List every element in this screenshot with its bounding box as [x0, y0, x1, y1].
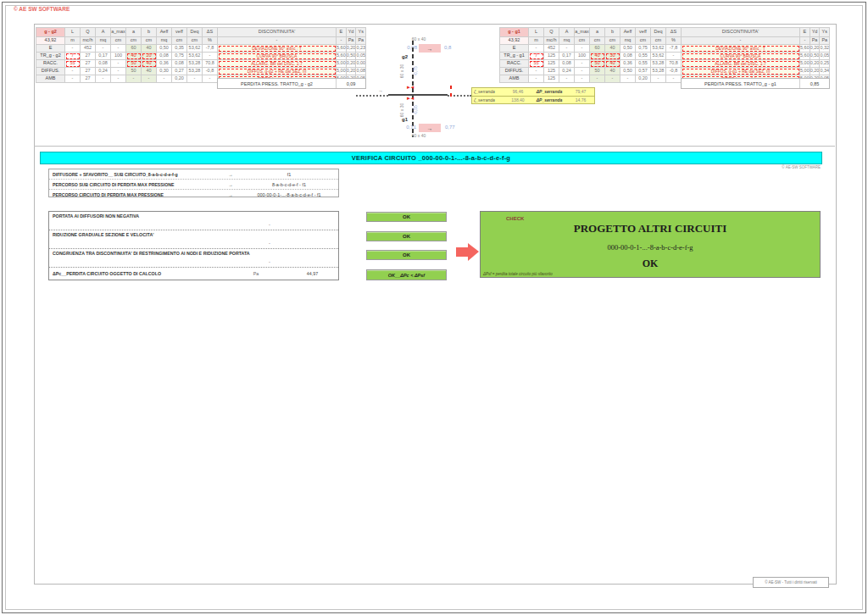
- discontinuity-cell[interactable]: ALLARG. BR del DISC. 1:7: [682, 60, 800, 68]
- row-label-cell: TR_g - g2: [36, 53, 65, 60]
- column-header-cell: a_max: [575, 28, 590, 37]
- column-header-cell: Aeff: [620, 28, 636, 37]
- value-cell[interactable]: 7: [65, 53, 81, 60]
- column-unit-cell: %: [203, 37, 218, 45]
- value-cell: -0,8: [666, 68, 682, 75]
- value-cell: 40: [605, 68, 620, 75]
- pressure-val-lower: -0,55: [413, 96, 420, 125]
- check-label: PORTATA AI DIFFUSORI NON NEGATIVA: [53, 213, 335, 219]
- column-unit-cell: mq: [559, 37, 575, 45]
- branch-line-dotted-left: [356, 95, 388, 97]
- value-cell: -: [203, 53, 218, 60]
- check-result-button[interactable]: OK: [366, 212, 447, 222]
- row-label-cell: RACC.: [36, 60, 65, 68]
- value-cell: 5,00: [337, 68, 347, 75]
- value-cell: -7,8: [203, 45, 218, 53]
- discontinuity-cell[interactable]: CURVA 90° BRUSCA: [218, 53, 337, 60]
- value-cell: -: [620, 75, 636, 83]
- value-cell: 0,35: [172, 45, 187, 53]
- copyright-header: © AE SW SOFTWARE: [14, 6, 70, 12]
- value-cell: -: [575, 75, 590, 83]
- damper-row: ζ_serranda 96,46 ΔP_serranda 79,47: [471, 87, 595, 97]
- value-cell: 27: [81, 60, 96, 68]
- summary-value: 000-00-0-1-...-8-a-b-c-d-e-f - f1: [243, 192, 335, 197]
- flow-direction-box-bottom: →: [419, 124, 441, 132]
- duct-size-upper: 60 x 30: [399, 57, 406, 86]
- value-cell: 0,20: [810, 45, 820, 53]
- column-header-cell: E: [337, 28, 347, 37]
- column-unit-cell: cm: [172, 37, 187, 45]
- value-cell: 0,08: [356, 68, 366, 75]
- discontinuity-cell[interactable]: CURVA 90° BRUSCA: [682, 53, 800, 60]
- value-cell[interactable]: 55: [529, 60, 544, 68]
- zeta-value: 138,40: [506, 97, 530, 102]
- column-unit-cell: cm: [575, 37, 590, 45]
- value-cell: -: [575, 45, 590, 53]
- value-cell[interactable]: 7: [529, 53, 544, 60]
- value-cell: -: [529, 45, 544, 53]
- value-cell: -: [590, 75, 605, 83]
- damper-tick-icon: [450, 93, 452, 97]
- value-cell[interactable]: 40: [126, 53, 142, 60]
- column-header-cell: Yd: [810, 28, 820, 37]
- column-unit-cell: -: [337, 37, 347, 45]
- column-header-cell: b: [605, 28, 620, 37]
- value-cell: -: [65, 45, 81, 53]
- value-cell[interactable]: 40: [142, 60, 157, 68]
- segment-length-cell: 43,92: [500, 37, 529, 45]
- zeta-value: 96,46: [506, 89, 530, 94]
- discontinuity-cell[interactable]: ALLARG. BR del DISC. 1:7: [218, 60, 337, 68]
- value-cell: 0,75: [172, 53, 187, 60]
- value-cell[interactable]: 30: [605, 53, 620, 60]
- value-cell: 0,17: [96, 53, 111, 60]
- column-unit-cell: -: [800, 37, 810, 45]
- value-cell: 60: [126, 45, 142, 53]
- discontinuity-cell[interactable]: DIFFUS. g-g2 + RE dal SEZ. III: [218, 68, 337, 75]
- discontinuity-cell[interactable]: DEVIAZIONE 90° a\b\c : T: [682, 45, 800, 53]
- value-cell: 125: [544, 68, 559, 75]
- duct-table-left: g - g2LQAa_maxabAeffveffDeqΔSDISCONTINUI…: [36, 27, 366, 83]
- duct-table-right: g - g1LQAa_maxabAeffveffDeqΔSDISCONTINUI…: [499, 27, 830, 83]
- value-cell[interactable]: 50: [590, 60, 605, 68]
- flow-arrow-icon: →: [378, 88, 383, 93]
- check-note: -: [269, 241, 335, 246]
- circuit-summary-box: DIFFUSORE + SFAVORITO__ SUB CIRCUITO_8-a…: [48, 169, 339, 197]
- value-cell: -: [157, 75, 172, 83]
- value-cell: -: [203, 75, 218, 83]
- column-unit-cell: cm: [605, 37, 620, 45]
- value-cell[interactable]: 40: [605, 60, 620, 68]
- summary-label: PERCORSO CIRCUITO DI PERDITA MAX PRESSIO…: [53, 192, 218, 197]
- value-cell: 5,60: [337, 53, 347, 60]
- column-header-cell: a_max: [111, 28, 126, 37]
- check-result-button[interactable]: OK: [366, 250, 447, 260]
- duct-table: g - g2LQAa_maxabAeffveffDeqΔSDISCONTINUI…: [36, 27, 366, 83]
- value-cell[interactable]: 40: [590, 53, 605, 60]
- column-header-cell: Q: [81, 28, 96, 37]
- value-cell: 0,32: [820, 45, 830, 53]
- value-cell: -: [111, 75, 126, 83]
- value-cell[interactable]: 20: [142, 53, 157, 60]
- value-cell: 5,00: [337, 60, 347, 68]
- summary-row: PERCORSO CIRCUITO DI PERDITA MAX PRESSIO…: [49, 189, 338, 199]
- check-note: -: [269, 259, 335, 264]
- value-cell: 0,36: [620, 60, 636, 68]
- pressure-val-top-right: 0,8: [444, 45, 451, 50]
- column-header-cell: DISCONTINUITA': [682, 28, 800, 37]
- value-cell: 40: [605, 45, 620, 53]
- big-arrow-icon: [456, 247, 468, 257]
- value-cell: 53,62: [187, 53, 203, 60]
- value-cell: -: [96, 75, 111, 83]
- column-header-cell: DISCONTINUITA': [218, 28, 337, 37]
- column-unit-cell: cm: [636, 37, 651, 45]
- check-result-button[interactable]: OK__ΔPc < ΔPsf: [366, 269, 447, 280]
- value-cell[interactable]: 55: [65, 60, 81, 68]
- check-result-button[interactable]: OK: [366, 231, 447, 241]
- value-cell[interactable]: 50: [126, 60, 142, 68]
- value-cell: 53,28: [651, 60, 666, 68]
- discontinuity-cell[interactable]: DEVIAZIONE 90° a\b\c : T: [218, 45, 337, 53]
- value-cell: 0,50: [620, 68, 636, 75]
- discontinuity-cell[interactable]: DIFFUS. g-g1 + RE dal SEZ. III: [682, 68, 800, 75]
- value-cell: -: [65, 68, 81, 75]
- flow-direction-box-top: →: [419, 44, 441, 53]
- result-panel-status: OK: [481, 258, 820, 270]
